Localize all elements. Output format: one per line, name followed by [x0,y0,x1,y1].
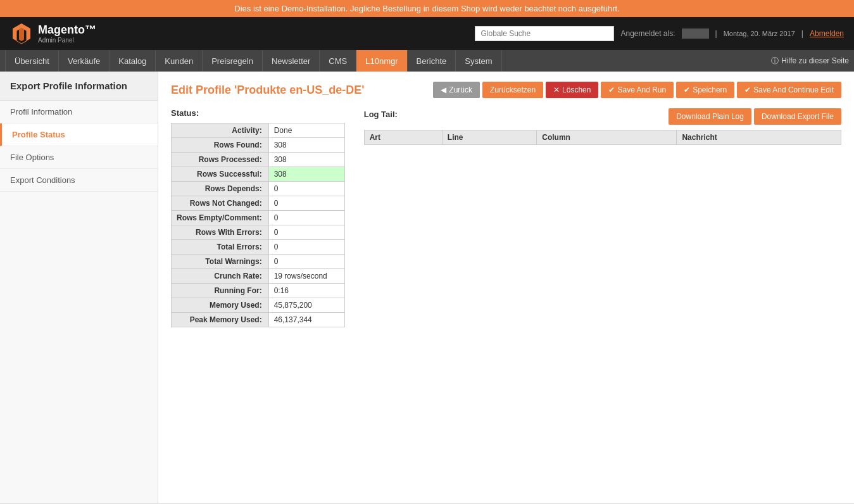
page-title: Edit Profile 'Produkte en-US_de-DE' [171,84,365,97]
top-bar: Magento™ Admin Panel Angemeldet als: | M… [0,17,854,50]
status-row-key: Rows Empty/Comment: [172,211,269,225]
log-col-column: Column [537,130,677,145]
table-row: Rows Processed:308 [172,153,345,167]
log-col-line: Line [442,130,536,145]
status-row-key: Rows With Errors: [172,225,269,240]
angemeldet-label: Angemeldet als: [620,29,675,38]
delete-button[interactable]: ✕ Löschen [546,82,598,98]
sidebar-item-export-conditions[interactable]: Export Conditions [0,169,158,192]
nav-item-l10nmgr[interactable]: L10nmgr [356,50,407,72]
save-continue-button[interactable]: ✔ Save And Continue Edit [737,82,841,98]
status-left: Status: Activity:DoneRows Found:308Rows … [171,108,345,327]
status-row-key: Rows Depends: [172,182,269,196]
sidebar-title: Export Profile Information [0,72,158,101]
status-row-key: Rows Found: [172,138,269,153]
nav-item-preisregeln[interactable]: Preisregeln [203,50,263,72]
table-row: Rows Not Changed:0 [172,196,345,211]
logo-text: Magento™ [38,23,96,37]
date-text: Montag, 20. März 2017 [724,30,795,37]
main-nav: Übersicht Verkäufe Katalog Kunden Preisr… [0,50,854,72]
status-row-value: 0 [268,225,344,240]
logo-sub-text: Admin Panel [38,37,96,44]
status-table: Activity:DoneRows Found:308Rows Processe… [171,123,345,327]
status-row-key: Crunch Rate: [172,269,269,284]
status-row-value: Done [268,123,344,138]
status-row-value: 0 [268,182,344,196]
status-row-value: 308 [268,138,344,153]
status-row-value: 0 [268,240,344,255]
delete-icon: ✕ [553,85,560,94]
table-row: Rows Empty/Comment:0 [172,211,345,225]
logtail-header: Log Tail: Download Plain Log Download Ex… [364,108,841,125]
svg-marker-2 [19,28,24,41]
status-row-key: Peak Memory Used: [172,313,269,327]
date-separator2: | [801,29,803,38]
status-right: Log Tail: Download Plain Log Download Ex… [364,108,841,145]
log-col-nachricht: Nachricht [677,130,841,145]
status-row-key: Rows Successful: [172,167,269,182]
save-icon: ✔ [684,85,690,94]
status-row-key: Rows Processed: [172,153,269,167]
nav-item-kunden[interactable]: Kunden [156,50,203,72]
status-row-value: 0 [268,255,344,269]
status-row-value: 0 [268,211,344,225]
magento-logo-icon [10,22,33,45]
sidebar-item-profil-information[interactable]: Profil Information [0,101,158,123]
main-content: Edit Profile 'Produkte en-US_de-DE' ◀ Zu… [158,72,854,503]
log-col-art: Art [364,130,442,145]
abmelden-link[interactable]: Abmelden [810,29,844,38]
status-row-key: Running For: [172,284,269,298]
demo-banner: Dies ist eine Demo-Installation. Jeglich… [0,0,854,17]
status-row-key: Total Errors: [172,240,269,255]
action-buttons: ◀ Zurück Zurücksetzen ✕ Löschen ✔ Save A… [433,82,841,98]
logtail-label: Log Tail: [364,110,398,119]
back-button[interactable]: ◀ Zurück [433,82,480,98]
user-value [682,28,709,39]
nav-item-katalog[interactable]: Katalog [110,50,156,72]
speichern-button[interactable]: ✔ Speichern [676,82,734,98]
nav-item-newsletter[interactable]: Newsletter [263,50,320,72]
table-row: Total Warnings:0 [172,255,345,269]
table-row: Memory Used:45,875,200 [172,298,345,313]
download-export-file-button[interactable]: Download Export File [754,108,841,125]
nav-item-cms[interactable]: CMS [320,50,356,72]
nav-item-berichte[interactable]: Berichte [408,50,456,72]
save-run-icon: ✔ [608,85,615,94]
table-row: Running For:0:16 [172,284,345,298]
download-plain-log-button[interactable]: Download Plain Log [669,108,751,125]
nav-item-ubersicht[interactable]: Übersicht [5,50,59,72]
logo-area: Magento™ Admin Panel [10,22,96,45]
status-row-value: 308 [268,153,344,167]
status-label: Status: [171,108,345,118]
nav-item-system[interactable]: System [456,50,501,72]
status-row-key: Activity: [172,123,269,138]
back-icon: ◀ [441,85,446,94]
save-and-run-button[interactable]: ✔ Save And Run [601,82,674,98]
top-right: Angemeldet als: | Montag, 20. März 2017 … [475,26,844,41]
table-row: Rows Depends:0 [172,182,345,196]
status-row-key: Total Warnings: [172,255,269,269]
status-row-value: 0 [268,196,344,211]
search-input[interactable] [475,26,614,41]
help-text: Hilfe zu dieser Seite [781,56,849,65]
status-row-value: 19 rows/second [268,269,344,284]
nav-item-verkaufe[interactable]: Verkäufe [59,50,110,72]
nav-help-link[interactable]: ⓘ Hilfe zu dieser Seite [771,56,849,66]
save-continue-icon: ✔ [744,85,751,94]
status-section: Status: Activity:DoneRows Found:308Rows … [171,108,841,327]
sidebar-item-file-options[interactable]: File Options [0,146,158,169]
reset-button[interactable]: Zurücksetzen [482,82,543,98]
content-wrapper: Export Profile Information Profil Inform… [0,72,854,503]
page-header: Edit Profile 'Produkte en-US_de-DE' ◀ Zu… [171,82,841,98]
status-row-value: 46,137,344 [268,313,344,327]
demo-banner-text: Dies ist eine Demo-Installation. Jeglich… [234,4,619,13]
table-row: Peak Memory Used:46,137,344 [172,313,345,327]
logtail-buttons: Download Plain Log Download Export File [669,108,841,125]
log-table: Art Line Column Nachricht [364,130,841,145]
sidebar-item-profile-status[interactable]: Profile Status [0,123,158,146]
date-separator: | [715,29,717,38]
main-nav-left: Übersicht Verkäufe Katalog Kunden Preisr… [5,50,502,72]
status-row-key: Rows Not Changed: [172,196,269,211]
table-row: Rows Found:308 [172,138,345,153]
table-row: Total Errors:0 [172,240,345,255]
